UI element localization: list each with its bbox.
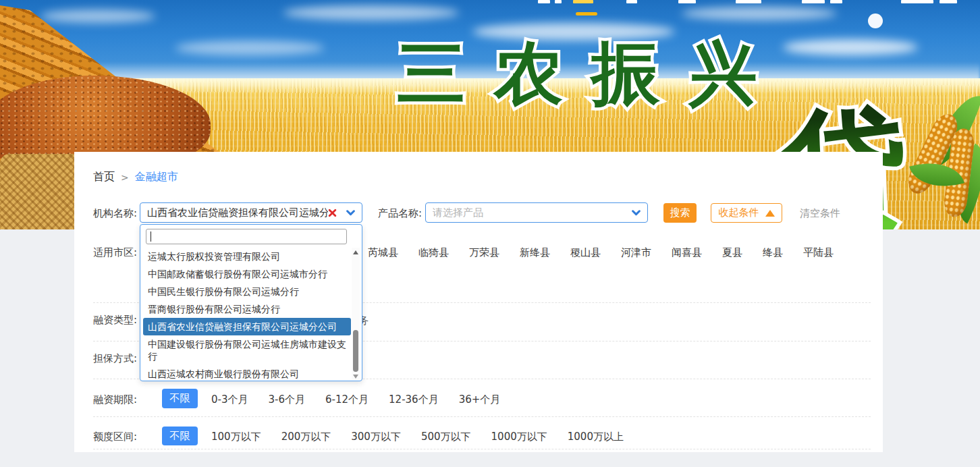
product-select-placeholder: 请选择产品: [433, 207, 632, 219]
term-option-selected[interactable]: 不限: [162, 389, 198, 408]
breadcrumb-separator: >: [121, 172, 129, 183]
nav-item-fragment[interactable]: [678, 0, 696, 3]
nav-item-fragment[interactable]: [901, 0, 933, 3]
amount-option[interactable]: 100万以下: [211, 431, 261, 443]
collapse-conditions-button[interactable]: 收起条件: [711, 203, 782, 223]
region-options: 芮城县 临猗县 万荣县 新绛县 稷山县 河津市 闻喜县 夏县 绛县 平陆县: [368, 246, 834, 259]
term-option[interactable]: 36+个月: [459, 393, 501, 406]
dropdown-item[interactable]: 中国民生银行股份有限公司运城分行: [142, 283, 352, 300]
cloud-shape: [682, 7, 837, 20]
cloud-shape: [175, 40, 324, 55]
scrollbar-up-icon[interactable]: [353, 250, 358, 254]
product-label: 产品名称:: [378, 207, 422, 220]
nav-item-fragment[interactable]: [555, 0, 562, 3]
dropdown-scrollbar[interactable]: [352, 248, 360, 380]
nav-item-fragment[interactable]: [626, 0, 637, 3]
dropdown-item[interactable]: 运城太行股权投资管理有限公司: [142, 248, 352, 265]
amount-option[interactable]: 1000万以上: [568, 431, 624, 443]
amount-option[interactable]: 200万以下: [281, 431, 331, 443]
breadcrumb-home-link[interactable]: 首页: [93, 170, 115, 184]
cloud-dot: [868, 13, 883, 28]
institution-dropdown-panel: 运城太行股权投资管理有限公司 中国邮政储蓄银行股份有限公司运城市分行 中国民生银…: [140, 224, 362, 381]
row-divider: [93, 416, 871, 417]
cloud-shape: [283, 5, 459, 20]
institution-select[interactable]: 山西省农业信贷融资担保有限公司运城分公司: [140, 202, 362, 223]
dropdown-item[interactable]: 中国邮政储蓄银行股份有限公司运城市分行: [142, 265, 352, 283]
amount-option[interactable]: 300万以下: [351, 431, 401, 443]
region-option[interactable]: 万荣县: [469, 246, 499, 259]
dropdown-item[interactable]: 中国建设银行股份有限公司运城住房城市建设支行: [142, 335, 352, 365]
row-divider: [93, 449, 871, 449]
region-option[interactable]: 绛县: [763, 246, 783, 259]
guarantee-label: 担保方式:: [93, 352, 137, 365]
term-options: 0-3个月 3-6个月 6-12个月 12-36个月 36+个月: [211, 393, 500, 406]
product-select[interactable]: 请选择产品: [425, 202, 648, 223]
breadcrumb-current-link[interactable]: 金融超市: [135, 170, 178, 184]
nav-item-fragment[interactable]: [830, 0, 842, 3]
term-option[interactable]: 6-12个月: [325, 393, 369, 406]
banner-title-text: 三农振兴: [397, 34, 786, 113]
amount-label: 额度区间:: [93, 431, 137, 443]
scrollbar-thumb[interactable]: [353, 330, 358, 372]
clear-conditions-button[interactable]: 清空条件: [800, 207, 840, 220]
dropdown-list: 运城太行股权投资管理有限公司 中国邮政储蓄银行股份有限公司运城市分行 中国民生银…: [142, 248, 352, 379]
search-button[interactable]: 搜索: [663, 203, 697, 223]
institution-label: 机构名称:: [93, 207, 137, 220]
amount-options: 100万以下 200万以下 300万以下 500万以下 1000万以下 1000…: [211, 431, 624, 443]
amount-option[interactable]: 1000万以下: [491, 431, 547, 443]
chevron-down-icon[interactable]: [632, 210, 641, 216]
region-option[interactable]: 闻喜县: [672, 246, 702, 259]
text-caret: [151, 231, 151, 242]
region-option[interactable]: 临猗县: [418, 246, 449, 259]
dropdown-search-input[interactable]: [146, 229, 347, 244]
dropdown-item[interactable]: 山西运城农村商业银行股份有限公司: [142, 365, 352, 379]
region-option[interactable]: 新绛县: [520, 246, 550, 259]
breadcrumb: 首页 > 金融超市: [93, 170, 178, 184]
term-option[interactable]: 0-3个月: [211, 393, 248, 406]
nav-item-fragment[interactable]: [736, 0, 761, 3]
region-label: 适用市区:: [93, 246, 137, 259]
nav-item-fragment[interactable]: [802, 0, 825, 3]
region-option[interactable]: 夏县: [722, 246, 742, 259]
nav-item-fragment[interactable]: [940, 0, 957, 3]
region-option[interactable]: 河津市: [621, 246, 651, 259]
region-option[interactable]: 稷山县: [570, 246, 601, 259]
scrollbar-down-icon[interactable]: [353, 375, 358, 379]
collapse-conditions-label: 收起条件: [719, 207, 759, 219]
term-option[interactable]: 3-6个月: [269, 393, 306, 406]
region-option[interactable]: 芮城县: [368, 246, 398, 259]
cloud-shape: [40, 9, 155, 23]
chevron-down-icon[interactable]: [346, 210, 355, 216]
clear-value-icon[interactable]: [328, 209, 337, 217]
region-option[interactable]: 平陆县: [803, 246, 834, 259]
collapse-up-icon: [765, 210, 775, 217]
amount-option-selected[interactable]: 不限: [162, 427, 198, 445]
term-label: 融资期限:: [93, 393, 137, 406]
dropdown-item[interactable]: 晋商银行股份有限公司运城分行: [142, 300, 352, 318]
dropdown-item-selected[interactable]: 山西省农业信贷融资担保有限公司运城分公司: [143, 318, 351, 335]
nav-item-fragment-active[interactable]: [573, 0, 593, 3]
institution-select-value: 山西省农业信贷融资担保有限公司运城分公司: [147, 207, 328, 219]
nav-item-fragment[interactable]: [538, 0, 550, 3]
term-option[interactable]: 12-36个月: [389, 393, 439, 406]
nav-active-underline: [576, 12, 597, 16]
financing-type-label: 融资类型:: [93, 314, 137, 327]
page: 三农振兴 三农振兴 贷 贷 首页 > 金融超市 机构名称: 山西省农业信贷融资担…: [0, 0, 980, 467]
amount-option[interactable]: 500万以下: [421, 431, 471, 443]
